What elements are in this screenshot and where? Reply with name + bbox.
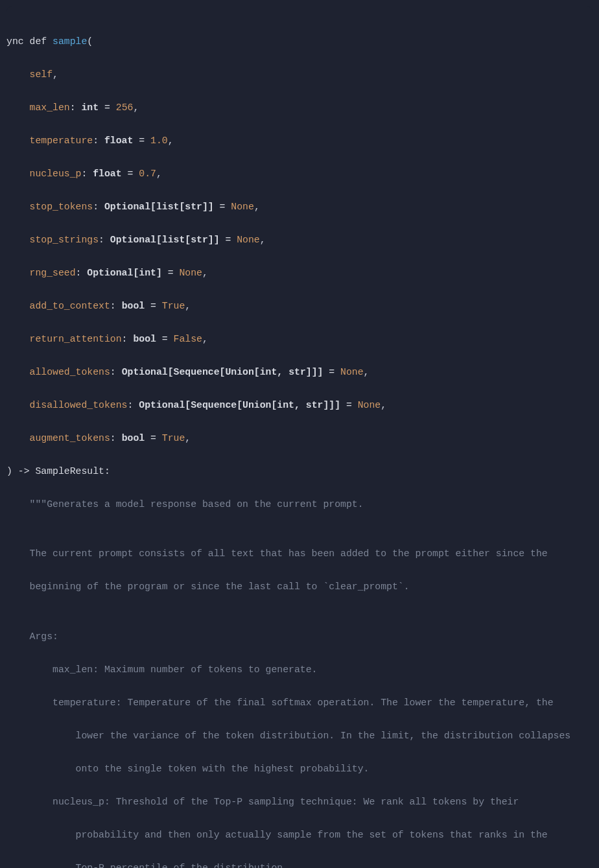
equals: = <box>340 400 358 410</box>
value-true: True <box>162 301 185 311</box>
code-line: self, <box>6 67 593 84</box>
code-line: onto the single token with the highest p… <box>6 761 593 778</box>
code-line: temperature: float = 1.0, <box>6 133 593 150</box>
comma: , <box>381 400 386 410</box>
type-optional-seq-union: Optional[Sequence[Union[int, str]]] <box>139 400 340 410</box>
code-line: """Generates a model response based on t… <box>6 497 593 513</box>
docstring-text: The current prompt consists of all text … <box>6 548 548 559</box>
return-type: SampleResult <box>35 466 104 476</box>
code-line: stop_strings: Optional[list[str]] = None… <box>6 232 593 249</box>
keyword-def: def <box>30 36 53 47</box>
value-256: 256 <box>116 102 134 113</box>
colon: : <box>122 334 134 344</box>
comma: , <box>133 102 139 113</box>
comma: , <box>185 433 191 443</box>
function-name: sample <box>53 36 87 47</box>
param-self: self <box>30 69 53 80</box>
docstring-text: beginning of the program or since the la… <box>6 581 410 592</box>
indent <box>6 235 30 245</box>
docstring-arg-max-len: max_len: Maximum number of tokens to gen… <box>6 664 318 675</box>
equals: = <box>145 301 162 311</box>
code-line: allowed_tokens: Optional[Sequence[Union[… <box>6 364 593 381</box>
indent <box>6 135 30 146</box>
comma: , <box>202 268 208 278</box>
type-bool: bool <box>133 334 156 344</box>
code-block: ync def sample( self, max_len: int = 256… <box>6 6 593 868</box>
code-line: add_to_context: bool = True, <box>6 298 593 315</box>
code-line: beginning of the program or since the la… <box>6 579 593 596</box>
code-line: max_len: Maximum number of tokens to gen… <box>6 662 593 679</box>
indent <box>6 367 30 377</box>
code-line: probability and then only actually sampl… <box>6 827 593 844</box>
docstring-text: Generates a model response based on the … <box>47 499 363 510</box>
param-nucleus-p: nucleus_p <box>30 169 82 179</box>
equals: = <box>99 102 116 113</box>
code-line: Args: <box>6 629 593 646</box>
value-none: None <box>231 202 254 212</box>
equals: = <box>156 334 174 344</box>
equals: = <box>323 367 340 377</box>
colon: : <box>110 301 122 311</box>
value-0-7: 0.7 <box>139 169 156 179</box>
param-disallowed-tokens: disallowed_tokens <box>30 400 128 410</box>
code-line: disallowed_tokens: Optional[Sequence[Uni… <box>6 397 593 414</box>
docstring-arg-nucleus-p: Top-P percentile of the distribution. <box>6 863 288 869</box>
indent <box>6 169 30 179</box>
indent <box>6 301 30 311</box>
value-none: None <box>237 235 260 245</box>
docstring-arg-nucleus-p: nucleus_p: Threshold of the Top-P sampli… <box>6 797 519 807</box>
equals: = <box>214 202 231 212</box>
code-line: return_attention: bool = False, <box>6 331 593 348</box>
keyword-ync: ync <box>6 36 30 47</box>
value-true: True <box>162 433 185 443</box>
param-add-to-context: add_to_context <box>30 301 110 311</box>
code-line: The current prompt consists of all text … <box>6 546 593 563</box>
close-paren: ) <box>6 466 12 476</box>
code-line: nucleus_p: Threshold of the Top-P sampli… <box>6 794 593 811</box>
indent <box>6 102 30 113</box>
indent <box>6 400 30 410</box>
colon: : <box>99 235 110 245</box>
comma: , <box>53 69 58 80</box>
param-rng-seed: rng_seed <box>30 268 76 278</box>
docstring-arg-temperature: temperature: Temperature of the final so… <box>6 698 554 708</box>
open-paren: ( <box>87 36 93 47</box>
colon: : <box>127 400 139 410</box>
equals: = <box>220 235 237 245</box>
type-optional-int: Optional[int] <box>87 268 161 278</box>
value-false: False <box>174 334 202 344</box>
param-return-attention: return_attention <box>30 334 122 344</box>
colon: : <box>104 466 110 476</box>
docstring-arg-nucleus-p: probability and then only actually sampl… <box>6 830 548 840</box>
param-stop-tokens: stop_tokens <box>30 202 93 212</box>
colon: : <box>70 102 82 113</box>
code-line: ync def sample( <box>6 34 593 51</box>
type-optional-list-str: Optional[list[str]] <box>110 235 220 245</box>
type-float: float <box>104 135 133 146</box>
code-line: rng_seed: Optional[int] = None, <box>6 265 593 282</box>
code-line: temperature: Temperature of the final so… <box>6 695 593 712</box>
colon: : <box>81 169 93 179</box>
type-bool: bool <box>122 301 145 311</box>
type-optional-list-str: Optional[list[str]] <box>104 202 214 212</box>
docstring-arg-temperature: onto the single token with the highest p… <box>6 764 369 774</box>
colon: : <box>93 135 104 146</box>
docstring-open: """ <box>6 499 47 510</box>
equals: = <box>133 135 150 146</box>
docstring-arg-temperature: lower the variance of the token distribu… <box>6 731 570 741</box>
comma: , <box>364 367 370 377</box>
type-bool: bool <box>122 433 145 443</box>
indent <box>6 268 30 278</box>
code-line: stop_tokens: Optional[list[str]] = None, <box>6 199 593 216</box>
code-line: augment_tokens: bool = True, <box>6 430 593 447</box>
value-1-0: 1.0 <box>150 135 168 146</box>
colon: : <box>93 202 104 212</box>
equals: = <box>122 169 139 179</box>
param-stop-strings: stop_strings <box>30 235 99 245</box>
param-temperature: temperature <box>30 135 93 146</box>
equals: = <box>162 268 180 278</box>
comma: , <box>168 135 174 146</box>
docstring-args-header: Args: <box>6 631 58 642</box>
indent <box>6 334 30 344</box>
code-line: nucleus_p: float = 0.7, <box>6 166 593 183</box>
